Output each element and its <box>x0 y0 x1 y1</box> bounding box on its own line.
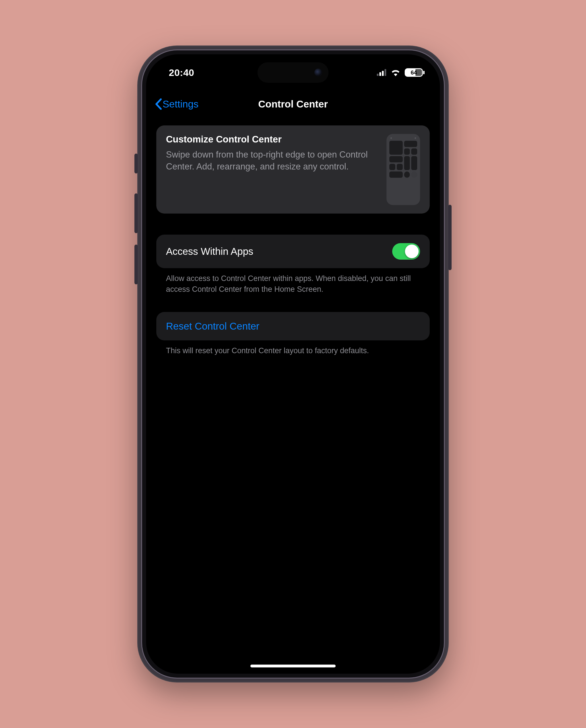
phone-frame: 20:40 64 <box>137 46 449 682</box>
access-within-apps-toggle[interactable] <box>392 243 420 260</box>
page-title: Control Center <box>258 98 328 110</box>
home-indicator[interactable] <box>250 664 336 668</box>
customize-card[interactable]: Customize Control Center Swipe down from… <box>156 125 430 214</box>
cellular-signal-icon <box>377 69 387 76</box>
battery-indicator: 64 <box>405 68 423 77</box>
reset-row[interactable]: Reset Control Center <box>156 312 430 341</box>
control-center-preview-icon <box>387 134 420 205</box>
volume-up-button <box>134 193 138 233</box>
customize-title: Customize Control Center <box>166 134 378 145</box>
status-bar: 20:40 64 <box>146 62 440 83</box>
access-within-apps-row: Access Within Apps <box>156 234 430 268</box>
svg-rect-1 <box>379 72 381 76</box>
power-button <box>448 205 452 270</box>
back-button[interactable]: Settings <box>155 98 198 110</box>
mute-switch <box>134 154 138 173</box>
customize-desc: Swipe down from the top-right edge to op… <box>166 149 378 173</box>
battery-level: 64 <box>411 69 417 76</box>
reset-button[interactable]: Reset Control Center <box>166 321 420 332</box>
screen: 20:40 64 <box>146 54 440 674</box>
reset-footer: This will reset your Control Center layo… <box>156 341 430 356</box>
svg-rect-0 <box>377 74 378 76</box>
status-time: 20:40 <box>169 67 194 78</box>
chevron-left-icon <box>155 98 162 110</box>
back-label: Settings <box>163 98 198 110</box>
wifi-icon <box>391 69 401 76</box>
svg-rect-3 <box>384 69 386 76</box>
navigation-bar: Settings Control Center <box>146 91 440 117</box>
content-scroll[interactable]: Customize Control Center Swipe down from… <box>146 125 440 674</box>
access-within-apps-label: Access Within Apps <box>166 246 253 257</box>
access-footer: Allow access to Control Center within ap… <box>156 268 430 295</box>
svg-rect-2 <box>382 71 384 76</box>
volume-down-button <box>134 245 138 284</box>
